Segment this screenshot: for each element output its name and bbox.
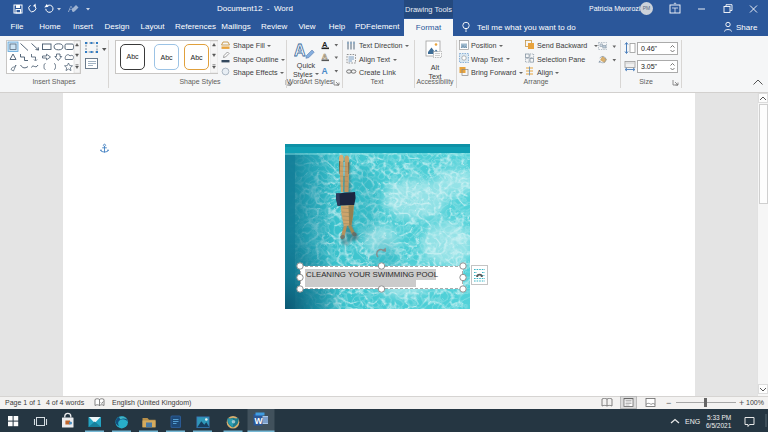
svg-text:ENG: ENG xyxy=(685,418,700,425)
svg-text:6/5/2021: 6/5/2021 xyxy=(706,422,732,429)
svg-text:A: A xyxy=(322,41,328,49)
svg-text:5:33 PM: 5:33 PM xyxy=(707,414,731,421)
svg-text:A: A xyxy=(294,42,306,59)
svg-text:A: A xyxy=(322,52,328,61)
svg-text:A: A xyxy=(322,66,328,76)
svg-text:W: W xyxy=(255,416,264,426)
